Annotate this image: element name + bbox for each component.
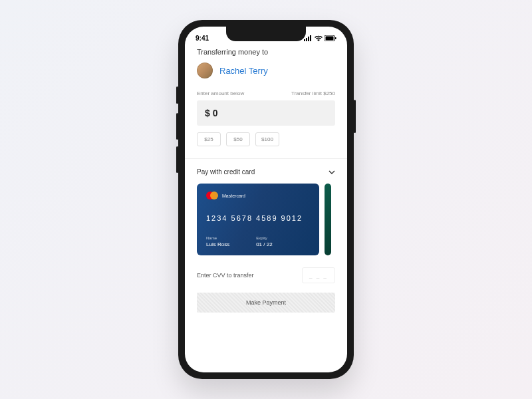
card-expiry-label: Expiry [256, 236, 272, 240]
recipient-row[interactable]: Rachel Terry [197, 63, 335, 78]
phone-frame: 9:41 Transferring money to Rachel Terry … [178, 20, 354, 379]
notch [226, 27, 306, 41]
side-button [176, 146, 178, 173]
pay-method-toggle[interactable]: Pay with credit card [197, 168, 335, 176]
cvv-input[interactable]: _ _ _ [302, 267, 335, 283]
wifi-icon [315, 35, 323, 41]
make-payment-button[interactable]: Make Payment [197, 293, 335, 313]
svg-rect-3 [310, 35, 311, 41]
card-name: Luis Ross [206, 241, 229, 247]
card-expiry: 01 / 22 [256, 241, 272, 247]
divider [185, 158, 347, 159]
chevron-down-icon [329, 169, 335, 176]
signal-icon [304, 35, 313, 41]
quick-amount-50[interactable]: $50 [226, 132, 250, 146]
credit-card-next[interactable] [325, 184, 331, 255]
amount-label: Enter amount below [197, 90, 244, 96]
svg-rect-6 [335, 37, 336, 39]
credit-card[interactable]: Mastercard 1234 5678 4589 9012 Name Luis… [197, 184, 319, 255]
svg-rect-0 [304, 39, 305, 41]
side-button [176, 113, 178, 140]
card-name-label: Name [206, 236, 229, 240]
status-time: 9:41 [196, 35, 209, 42]
battery-icon [325, 35, 336, 41]
amount-input[interactable]: $ 0 [197, 100, 335, 126]
quick-amount-100[interactable]: $100 [255, 132, 279, 146]
svg-rect-1 [306, 38, 307, 41]
side-button [354, 100, 356, 133]
cvv-label: Enter CVV to transfer [197, 272, 254, 279]
transfer-limit: Transfer limit $250 [291, 90, 335, 96]
svg-rect-5 [326, 36, 334, 40]
card-number: 1234 5678 4589 9012 [206, 214, 310, 222]
mastercard-icon [206, 192, 218, 200]
recipient-name: Rachel Terry [219, 66, 268, 76]
avatar [197, 63, 213, 78]
quick-amount-25[interactable]: $25 [197, 132, 221, 146]
page-heading: Transferring money to [197, 48, 335, 56]
screen: 9:41 Transferring money to Rachel Terry … [185, 27, 347, 372]
side-button [176, 86, 178, 104]
pay-method-label: Pay with credit card [197, 168, 255, 176]
svg-rect-2 [308, 37, 309, 41]
card-brand: Mastercard [222, 194, 245, 198]
